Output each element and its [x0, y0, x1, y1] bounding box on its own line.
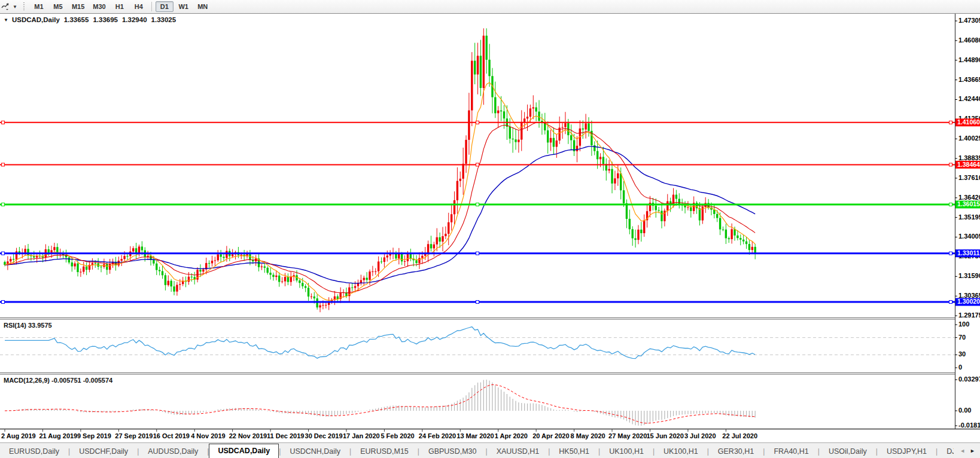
- price-tag-1.33011: 1.33011: [955, 249, 980, 257]
- chart-tab-usoil-daily[interactable]: USOil,Daily: [820, 445, 876, 458]
- rsi-line: [5, 327, 755, 359]
- timeframe-button-w1[interactable]: W1: [175, 1, 193, 12]
- horizontal-line-1.36015[interactable]: [0, 203, 955, 206]
- chart-tab-usdcad-daily[interactable]: USDCAD,Daily: [209, 444, 279, 458]
- chart-title: ▼ USDCAD,Daily 1.33655 1.33695 1.32940 1…: [4, 16, 176, 23]
- rsi-axis[interactable]: 10070300: [955, 320, 969, 371]
- svg-text:27 Sep 2019: 27 Sep 2019: [115, 432, 153, 439]
- svg-text:1.30020: 1.30020: [957, 298, 980, 305]
- tool-dropdown-caret-icon[interactable]: ▼: [13, 4, 17, 10]
- horizontal-line-1.30020[interactable]: [0, 301, 955, 304]
- toolbar: ▼ M1 M5 M15 M30 H1 H4 D1 W1 MN: [0, 0, 980, 14]
- svg-text:1.29175: 1.29175: [958, 312, 980, 319]
- svg-text:30 Dec 2019: 30 Dec 2019: [305, 432, 343, 439]
- tabs-scroll-left-icon[interactable]: ◄: [960, 448, 965, 454]
- chart-tab-ger30-h1[interactable]: GER30,H1: [709, 445, 763, 458]
- ohlc-high: 1.33695: [93, 16, 118, 23]
- timeframe-button-m15[interactable]: M15: [68, 1, 88, 12]
- ohlc-close: 1.33025: [151, 16, 176, 23]
- svg-text:30: 30: [958, 350, 966, 358]
- timeframe-button-m5[interactable]: M5: [49, 1, 67, 12]
- svg-text:1.37610: 1.37610: [958, 174, 980, 181]
- svg-text:70: 70: [958, 334, 966, 341]
- svg-text:1.44890: 1.44890: [958, 56, 980, 63]
- tabs-scroll-arrows: ◄ ►: [954, 443, 980, 458]
- svg-text:4 Nov 2019: 4 Nov 2019: [191, 432, 225, 439]
- svg-text:1.36015: 1.36015: [957, 200, 980, 207]
- svg-text:27 May 2020: 27 May 2020: [608, 432, 647, 439]
- macd-histogram: [5, 380, 755, 426]
- ma-fast-line[interactable]: [5, 83, 755, 301]
- symbol-period-label: USDCAD,Daily: [12, 16, 60, 23]
- svg-text:1.36420: 1.36420: [958, 194, 980, 201]
- svg-text:1.43665: 1.43665: [958, 76, 980, 83]
- timeframe-button-mn[interactable]: MN: [194, 1, 212, 12]
- ma-slow-line[interactable]: [5, 146, 755, 283]
- svg-text:15 Jun 2020: 15 Jun 2020: [646, 432, 683, 439]
- svg-text:21 Aug 2019: 21 Aug 2019: [39, 432, 77, 439]
- horizontal-line-1.38464[interactable]: [0, 163, 955, 166]
- cursor-tool-icon[interactable]: ▼: [0, 1, 20, 12]
- chart-tab-xauusd-h1[interactable]: XAUUSD,H1: [488, 445, 549, 458]
- svg-text:1.31590: 1.31590: [958, 272, 980, 279]
- chart-tab-fra40-h1[interactable]: FRA40,H1: [765, 445, 817, 458]
- svg-text:1.41060: 1.41060: [957, 118, 980, 126]
- svg-text:20 Apr 2020: 20 Apr 2020: [532, 432, 569, 439]
- timeframe-button-d1[interactable]: D1: [156, 1, 174, 12]
- price-tag-1.41060: 1.41060: [955, 118, 980, 126]
- svg-text:13 Mar 2020: 13 Mar 2020: [456, 432, 494, 439]
- svg-text:1.42440: 1.42440: [958, 95, 980, 102]
- timeframe-button-h4[interactable]: H4: [130, 1, 148, 12]
- ohlc-low: 1.32940: [122, 16, 147, 23]
- collapse-triangle-icon[interactable]: ▼: [4, 17, 8, 23]
- cursor-tool-glyph: [1, 2, 11, 11]
- svg-text:11 Dec 2019: 11 Dec 2019: [267, 432, 304, 439]
- svg-text:24 Feb 2020: 24 Feb 2020: [419, 432, 456, 439]
- chart-tab-uk100-h1[interactable]: UK100,H1: [655, 445, 707, 458]
- svg-text:5 Feb 2020: 5 Feb 2020: [381, 432, 414, 439]
- chart-tab-eurusd-daily[interactable]: EURUSD,Daily: [0, 445, 68, 458]
- svg-text:22 Jul 2020: 22 Jul 2020: [722, 432, 757, 439]
- candles-layer[interactable]: [4, 28, 756, 312]
- svg-text:1.47305: 1.47305: [958, 17, 980, 24]
- macd-signal-line: [5, 384, 755, 423]
- tabs-scroll-right-icon[interactable]: ►: [970, 448, 975, 454]
- svg-text:22 Nov 2019: 22 Nov 2019: [229, 432, 267, 439]
- svg-text:16 Oct 2019: 16 Oct 2019: [153, 432, 190, 439]
- svg-text:0.00: 0.00: [958, 407, 971, 414]
- chart-tab-usdjpy-h1[interactable]: USDJPY,H1: [878, 445, 936, 458]
- date-axis[interactable]: 2 Aug 201921 Aug 20199 Sep 201927 Sep 20…: [1, 429, 757, 439]
- price-chart-canvas[interactable]: 1.473051.460801.448901.436651.424401.412…: [0, 0, 980, 442]
- svg-text:9 Sep 2019: 9 Sep 2019: [77, 432, 111, 439]
- horizontal-line-1.41060[interactable]: [0, 121, 955, 124]
- chart-tab-gbpusd-m30[interactable]: GBPUSD,M30: [419, 445, 486, 458]
- ohlc-open: 1.33655: [64, 16, 89, 23]
- timeframe-button-m1[interactable]: M1: [30, 1, 48, 12]
- chart-tab-hk50-h1[interactable]: HK50,H1: [550, 445, 598, 458]
- chart-tab-eurusd-m15[interactable]: EURUSD,M15: [351, 445, 418, 458]
- toolbar-grip[interactable]: [22, 2, 26, 11]
- svg-text:1.33011: 1.33011: [957, 249, 980, 257]
- chart-tabs: EURUSD,Daily|USDCHF,Daily|AUDUSD,Daily|U…: [0, 444, 980, 458]
- svg-text:1.46080: 1.46080: [958, 36, 980, 44]
- price-tag-1.36015: 1.36015: [955, 200, 980, 208]
- mt4-window: { "toolbar": { "timeframes": ["M1","M5",…: [0, 0, 980, 458]
- rsi-label: RSI(14) 33.9575: [4, 322, 52, 329]
- timeframe-button-h1[interactable]: H1: [111, 1, 129, 12]
- svg-text:8 May 2020: 8 May 2020: [571, 432, 605, 439]
- chart-tab-audusd-daily[interactable]: AUDUSD,Daily: [139, 445, 207, 458]
- timeframe-button-m30[interactable]: M30: [89, 1, 109, 12]
- svg-text:-0.018154: -0.018154: [958, 422, 980, 429]
- chart-tabs-bar: EURUSD,Daily|USDCHF,Daily|AUDUSD,Daily|U…: [0, 442, 980, 458]
- svg-text:17 Jan 2020: 17 Jan 2020: [343, 432, 380, 439]
- chart-tab-usdcnh-daily[interactable]: USDCNH,Daily: [281, 445, 349, 458]
- toolbar-separator: [151, 2, 152, 11]
- chart-tab-uk100-h1[interactable]: UK100,H1: [600, 445, 653, 458]
- macd-axis[interactable]: 0.0329720.00-0.018154: [955, 375, 980, 429]
- chart-tab-usdchf-daily[interactable]: USDCHF,Daily: [70, 445, 137, 458]
- price-tag-1.38464: 1.38464: [955, 161, 980, 169]
- ma-mid-line[interactable]: [5, 123, 755, 293]
- horizontal-line-1.33011[interactable]: [0, 252, 955, 255]
- svg-text:0: 0: [958, 364, 962, 371]
- price-tag-1.30020: 1.30020: [955, 298, 980, 306]
